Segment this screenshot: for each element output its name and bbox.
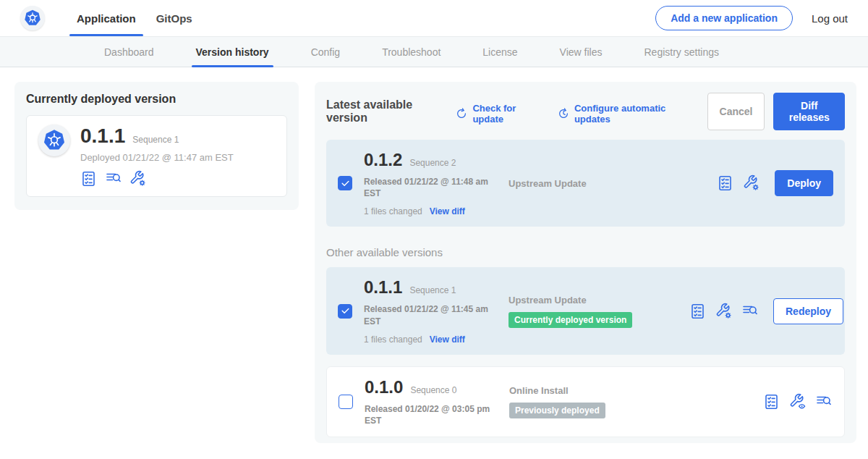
- currently-deployed-badge: Currently deployed version: [509, 312, 632, 328]
- version-row-0-1-1: 0.1.1 Sequence 1 Released 01/21/22 @ 11:…: [326, 267, 845, 354]
- subnav-label-troubleshoot: Troubleshoot: [382, 46, 441, 58]
- previously-deployed-badge: Previously deployed: [509, 403, 605, 418]
- edit-config-icon[interactable]: [743, 174, 760, 192]
- preflight-checks-icon[interactable]: [80, 170, 98, 188]
- view-diff-link[interactable]: View diff: [430, 206, 465, 216]
- subnav-item-version-history[interactable]: Version history: [192, 37, 273, 67]
- check-for-update-label: Check for update: [472, 103, 541, 125]
- view-diff-link[interactable]: View diff: [430, 334, 465, 345]
- subnav-label-registry-settings: Registry settings: [644, 46, 718, 58]
- tab-application-label: Application: [77, 12, 136, 25]
- preflight-checks-icon[interactable]: [689, 303, 707, 320]
- subnav-item-troubleshoot[interactable]: Troubleshoot: [378, 37, 445, 67]
- version-source-label: Online Install: [509, 385, 690, 396]
- version-checkbox-0-1-0[interactable]: [339, 395, 353, 409]
- checkmark-icon: [341, 179, 350, 188]
- version-checkbox-0-1-1[interactable]: [338, 304, 352, 319]
- version-source-label: Upstream Update: [509, 178, 689, 189]
- app-subnav: Dashboard Version history Config Trouble…: [0, 36, 868, 67]
- released-timestamp: Released 01/21/22 @ 11:48 am EST: [364, 176, 503, 199]
- released-timestamp: Released 01/20/22 @ 03:05 pm EST: [365, 403, 503, 426]
- released-timestamp: Released 01/21/22 @ 11:45 am EST: [364, 303, 503, 327]
- version-source-column: Upstream Update: [509, 178, 689, 189]
- version-info-column: 0.1.1 Sequence 1 Released 01/21/22 @ 11:…: [364, 277, 509, 344]
- subnav-item-dashboard[interactable]: Dashboard: [100, 37, 158, 67]
- add-new-application-button[interactable]: Add a new application: [655, 6, 793, 30]
- refresh-icon: [455, 107, 468, 120]
- logout-link[interactable]: Log out: [812, 12, 848, 25]
- edit-config-icon[interactable]: [129, 170, 147, 188]
- version-number: 0.1.2: [364, 150, 402, 170]
- subnav-label-license: License: [482, 46, 517, 58]
- version-row-actions: Deploy: [717, 170, 833, 196]
- version-row-actions: [763, 393, 833, 410]
- deployed-info: 0.1.1 Sequence 1 Deployed 01/21/22 @ 11:…: [80, 125, 234, 188]
- deployed-sequence-label: Sequence 1: [132, 135, 179, 145]
- clock-refresh-icon: [557, 107, 570, 120]
- subnav-label-view-files: View files: [560, 46, 603, 58]
- tab-application[interactable]: Application: [67, 0, 146, 36]
- tab-gitops[interactable]: GitOps: [146, 0, 203, 36]
- version-source-column: Online Install Previously deployed: [509, 385, 690, 418]
- diff-releases-button[interactable]: Diff releases: [773, 93, 845, 130]
- version-checkbox-0-1-2[interactable]: [338, 176, 352, 190]
- kubernetes-logo-icon: [20, 6, 45, 30]
- version-row-0-1-2: 0.1.2 Sequence 2 Released 01/21/22 @ 11:…: [326, 140, 845, 227]
- subnav-item-license[interactable]: License: [478, 37, 522, 67]
- subnav-label-config: Config: [311, 46, 340, 58]
- version-number: 0.1.1: [364, 277, 402, 298]
- version-number: 0.1.0: [365, 377, 403, 397]
- subnav-item-view-files[interactable]: View files: [556, 37, 607, 67]
- view-config-icon[interactable]: [789, 393, 807, 410]
- currently-deployed-title: Currently deployed version: [26, 93, 287, 106]
- cancel-button[interactable]: Cancel: [707, 93, 765, 130]
- top-nav: Application GitOps Add a new application…: [0, 0, 868, 36]
- other-available-versions-label: Other available versions: [326, 246, 845, 258]
- view-logs-icon[interactable]: [815, 393, 833, 410]
- checkmark-icon: [341, 306, 350, 316]
- available-versions-panel: Latest available version Check for updat…: [315, 82, 856, 443]
- configure-automatic-updates-link[interactable]: Configure automatic updates: [557, 103, 692, 125]
- subnav-label-version-history: Version history: [196, 46, 269, 58]
- available-versions-header: Latest available version Check for updat…: [326, 93, 845, 130]
- topnav-actions: Add a new application Log out: [655, 0, 848, 36]
- version-source-column: Upstream Update Currently deployed versi…: [509, 295, 689, 328]
- latest-available-title: Latest available version: [326, 98, 445, 125]
- redeploy-button[interactable]: Redeploy: [773, 298, 843, 324]
- view-logs-icon[interactable]: [741, 303, 759, 320]
- files-changed-label: 1 files changed: [364, 334, 422, 345]
- deployed-version-number: 0.1.1: [80, 125, 125, 148]
- files-changed-label: 1 files changed: [364, 206, 422, 216]
- version-info-column: 0.1.0 Sequence 0 Released 01/20/22 @ 03:…: [365, 377, 509, 426]
- currently-deployed-panel: Currently deployed version 0.1.1 Sequenc…: [14, 82, 299, 210]
- subnav-item-registry-settings[interactable]: Registry settings: [639, 37, 723, 67]
- version-info-column: 0.1.2 Sequence 2 Released 01/21/22 @ 11:…: [364, 150, 509, 216]
- version-source-label: Upstream Update: [509, 295, 689, 306]
- check-for-update-link[interactable]: Check for update: [455, 103, 541, 125]
- edit-config-icon[interactable]: [715, 303, 733, 320]
- preflight-checks-icon[interactable]: [717, 174, 734, 192]
- version-row-0-1-0: 0.1.0 Sequence 0 Released 01/20/22 @ 03:…: [326, 366, 845, 437]
- preflight-checks-icon[interactable]: [763, 393, 780, 410]
- sequence-label: Sequence 2: [409, 158, 456, 168]
- deployed-timestamp: Deployed 01/21/22 @ 11:47 am EST: [80, 152, 234, 163]
- version-row-actions: Redeploy: [689, 298, 843, 324]
- deploy-button[interactable]: Deploy: [775, 170, 833, 196]
- sequence-label: Sequence 1: [409, 285, 456, 295]
- configure-automatic-updates-label: Configure automatic updates: [574, 103, 692, 125]
- app-logo[interactable]: [20, 0, 45, 36]
- subnav-label-dashboard: Dashboard: [104, 46, 154, 58]
- kubernetes-app-icon: [38, 125, 70, 156]
- view-logs-icon[interactable]: [105, 170, 122, 188]
- tab-gitops-label: GitOps: [156, 12, 192, 25]
- sequence-label: Sequence 0: [410, 385, 456, 395]
- subnav-item-config[interactable]: Config: [307, 37, 344, 67]
- currently-deployed-card: 0.1.1 Sequence 1 Deployed 01/21/22 @ 11:…: [26, 115, 287, 197]
